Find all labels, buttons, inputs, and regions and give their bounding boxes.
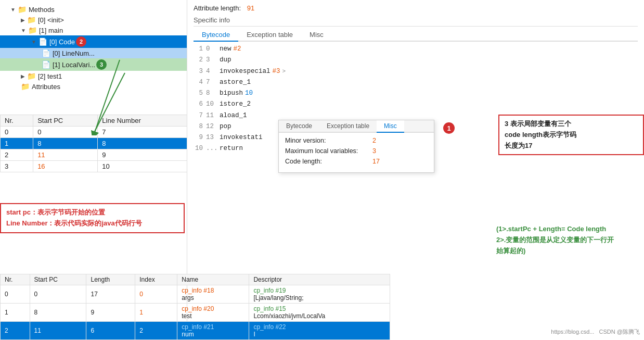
watermark: https://blog.csd... CSDN @陈腾飞 xyxy=(551,328,640,336)
table-cell: 0 xyxy=(33,127,98,138)
annot-right-line1: 3 表示局部变量有三个 xyxy=(505,120,571,128)
table-row: 21162cp_info #21numcp_info #22I xyxy=(1,322,390,340)
tree-label: [2] test1 xyxy=(38,72,62,80)
tree-label: [0] LineNum... xyxy=(53,49,95,57)
table-cell: 11 xyxy=(33,149,98,161)
table-cell: 2 xyxy=(1,149,33,161)
table-cell: cp_info #20test xyxy=(177,304,249,322)
table-cell: 9 xyxy=(98,149,187,161)
specific-info-label: Specific info xyxy=(194,16,638,27)
info-row: Code length: 17 xyxy=(285,158,428,165)
col-header: Length xyxy=(86,274,135,285)
tab-bytecode[interactable]: Bytecode xyxy=(194,29,238,42)
table-cell: 0 xyxy=(135,285,177,304)
inner-tab-misc[interactable]: Misc xyxy=(377,120,404,133)
folder-icon: 📁 xyxy=(21,82,30,91)
folder-icon: 📁 xyxy=(28,26,37,34)
table-cell: 0 xyxy=(1,285,30,304)
table-row: 1891cp_info #20testcp_info #15Lcom/xiaoz… xyxy=(1,304,390,322)
badge-3: 3 xyxy=(96,59,107,70)
tree-label: [1] main xyxy=(39,27,63,34)
arrow-icon: ▼ xyxy=(21,28,26,33)
folder-icon: 📄 xyxy=(38,37,47,46)
folder-icon: 📁 xyxy=(27,16,36,24)
table-cell: 8 xyxy=(98,138,187,149)
annot-line1: start pc：表示字节码开始的位置 xyxy=(6,208,105,216)
tree-item-code[interactable]: ▼ 📄 [0] Code 2 xyxy=(0,35,187,48)
col-header: Start PC xyxy=(30,274,86,285)
table-cell: cp_info #19[Ljava/lang/String; xyxy=(249,285,390,304)
bytecode-line: 1 0 new #2 xyxy=(194,44,638,55)
table-cell: 6 xyxy=(86,322,135,340)
annot-br-line3: 始算起的) xyxy=(496,247,525,255)
main-tabs: Bytecode Exception table Misc xyxy=(194,29,638,42)
tree-item-main[interactable]: ▼ 📁 [1] main xyxy=(0,25,187,35)
annot-right-line3: 长度为17 xyxy=(505,142,532,149)
tree-label: [0] Code xyxy=(49,38,75,46)
table-cell: 1 xyxy=(1,138,33,149)
col-linenum: Line Number xyxy=(98,115,187,127)
table-cell: 10 xyxy=(98,161,187,172)
tab-misc[interactable]: Misc xyxy=(301,29,332,41)
badge-2: 2 xyxy=(76,36,86,47)
table-cell: 2 xyxy=(1,322,30,340)
info-row: Minor version: 2 xyxy=(285,137,428,144)
arrow-icon: ▶ xyxy=(21,73,25,79)
table-cell: 0 xyxy=(30,285,86,304)
tree-label: [1] LocalVari... xyxy=(53,61,95,69)
tree-item-attributes[interactable]: 📁 Attributes xyxy=(0,81,187,92)
local-var-section: Nr.Start PCLengthIndexNameDescriptor 001… xyxy=(0,274,390,340)
tree-item-test1[interactable]: ▶ 📁 [2] test1 xyxy=(0,71,187,81)
table-cell: cp_info #22I xyxy=(249,322,390,340)
tab-exception-table[interactable]: Exception table xyxy=(238,29,301,41)
arrow-icon: ▼ xyxy=(10,7,16,12)
local-var-table: Nr.Start PCLengthIndexNameDescriptor 001… xyxy=(0,274,390,340)
info-row: Maximum local variables: 3 xyxy=(285,147,428,155)
inner-tabs: Bytecode Exception table Misc xyxy=(279,120,434,133)
bytecode-line: 6 10 istore_2 xyxy=(194,99,638,110)
folder-icon: 📁 xyxy=(18,5,27,14)
tree-item-init[interactable]: ▶ 📁 [0] <init> xyxy=(0,15,187,25)
table-cell: 2 xyxy=(135,322,177,340)
badge-1-circle: 1 xyxy=(442,122,455,134)
bytecode-line: 4 7 astore_1 xyxy=(194,77,638,88)
table-cell: 1 xyxy=(1,304,30,322)
annot-right-line2: code length表示字节码 xyxy=(505,131,576,138)
table-cell: 3 xyxy=(1,161,33,172)
tree-item-methods[interactable]: ▼ 📁 Methods xyxy=(0,4,187,15)
inner-panel: Bytecode Exception table Misc Minor vers… xyxy=(278,120,434,173)
table-cell: 8 xyxy=(30,304,86,322)
table-cell: 0 xyxy=(1,127,33,138)
tree-label: Attributes xyxy=(32,83,60,91)
arrow-icon: ▶ xyxy=(21,17,25,23)
inner-tab-bytecode[interactable]: Bytecode xyxy=(279,120,319,132)
line-number-table: Nr. Start PC Line Number 007188211931610 xyxy=(0,115,187,172)
table-cell: 16 xyxy=(33,161,98,172)
tree-item-linenum[interactable]: 📄 [0] LineNum... xyxy=(0,48,187,58)
annot-br-line2: 2>.变量的范围是从定义变量的下一行开 xyxy=(496,236,614,244)
inner-content: Minor version: 2Maximum local variables:… xyxy=(279,133,434,172)
annotation-startpc: start pc：表示字节码开始的位置 Line Number：表示代码实际的j… xyxy=(0,203,185,233)
annotation-bottom-right: (1>.startPc + Length= Code length 2>.变量的… xyxy=(496,224,642,256)
tree-label: [0] <init> xyxy=(38,16,64,24)
table-cell: 8 xyxy=(33,138,98,149)
arrow-icon: ▼ xyxy=(31,39,36,45)
col-header: Name xyxy=(177,274,249,285)
attr-length-value: 91 xyxy=(247,4,254,12)
table-cell: 7 xyxy=(98,127,187,138)
inner-tab-exception-table[interactable]: Exception table xyxy=(319,120,377,132)
col-header: Nr. xyxy=(1,274,30,285)
bytecode-line: 3 4 invokespecial #3 > xyxy=(194,66,638,77)
folder-icon: 📄 xyxy=(42,49,50,57)
bytecode-line: 5 8 bipush 10 xyxy=(194,88,638,99)
attr-length-label: Attribute length: xyxy=(194,4,241,12)
bytecode-line: 2 3 dup xyxy=(194,55,638,66)
annot-br-line1: (1>.startPc + Length= Code length xyxy=(496,225,606,233)
table-cell: 9 xyxy=(86,304,135,322)
table-cell: cp_info #18args xyxy=(177,285,249,304)
folder-icon: 📄 xyxy=(42,60,50,69)
table-cell: 17 xyxy=(86,285,135,304)
tree-item-localvar[interactable]: 📄 [1] LocalVari... 3 xyxy=(0,58,187,71)
table-row: 00170cp_info #18argscp_info #19[Ljava/la… xyxy=(1,285,390,304)
col-nr: Nr. xyxy=(1,115,33,127)
